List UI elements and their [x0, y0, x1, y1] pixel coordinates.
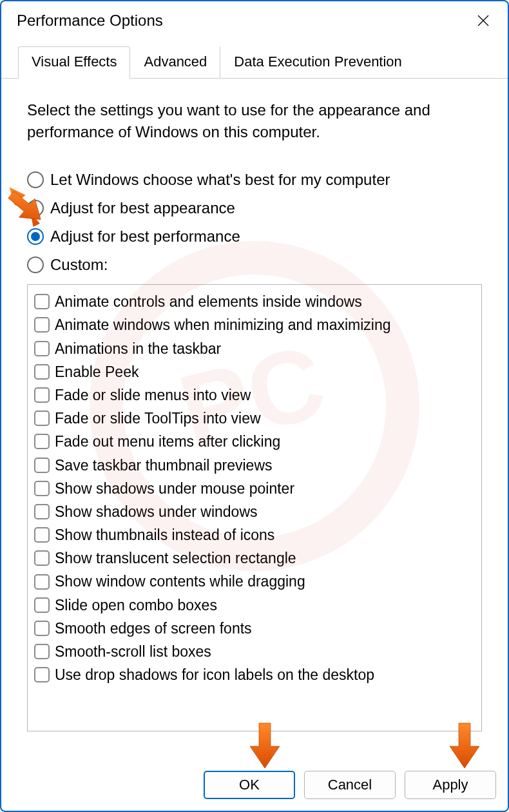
- checkbox-icon[interactable]: [34, 434, 50, 449]
- list-item[interactable]: Animations in the taskbar: [34, 337, 475, 360]
- checkbox-icon[interactable]: [34, 481, 50, 496]
- list-item[interactable]: Fade or slide menus into view: [34, 383, 475, 407]
- list-item[interactable]: Show thumbnails instead of icons: [34, 523, 475, 546]
- checkbox-label: Slide open combo boxes: [55, 595, 217, 615]
- checkbox-icon[interactable]: [34, 294, 50, 309]
- tab-label: Visual Effects: [32, 53, 117, 70]
- checkbox-label: Smooth-scroll list boxes: [55, 641, 211, 662]
- checkbox-label: Show shadows under mouse pointer: [55, 478, 294, 499]
- list-item[interactable]: Fade or slide ToolTips into view: [34, 407, 475, 430]
- performance-options-dialog: Performance Options Visual Effects Advan…: [0, 0, 509, 812]
- radio-icon: [27, 171, 44, 188]
- checkbox-label: Animations in the taskbar: [55, 338, 221, 359]
- tab-content: Select the settings you want to use for …: [1, 79, 508, 738]
- list-item[interactable]: Fade out menu items after clicking: [34, 430, 475, 453]
- close-icon: [477, 14, 490, 27]
- checkbox-label: Fade or slide ToolTips into view: [55, 408, 261, 429]
- checkbox-label: Show window contents while dragging: [55, 571, 305, 592]
- list-item[interactable]: Show shadows under mouse pointer: [34, 477, 475, 500]
- radio-icon: [27, 256, 44, 273]
- ok-button[interactable]: OK: [204, 771, 295, 799]
- radio-icon: [27, 228, 44, 245]
- radio-label: Let Windows choose what's best for my co…: [50, 171, 390, 189]
- list-item[interactable]: Show shadows under windows: [34, 500, 475, 523]
- tab-visual-effects[interactable]: Visual Effects: [18, 46, 130, 79]
- checkbox-label: Fade or slide menus into view: [55, 385, 251, 405]
- checkbox-icon[interactable]: [34, 621, 50, 636]
- radio-label: Adjust for best appearance: [50, 199, 235, 217]
- close-button[interactable]: [474, 12, 492, 30]
- list-item[interactable]: Smooth-scroll list boxes: [34, 640, 475, 663]
- checkbox-icon[interactable]: [34, 364, 50, 380]
- checkbox-icon[interactable]: [34, 317, 50, 333]
- radio-label: Adjust for best performance: [50, 227, 240, 246]
- checkbox-icon[interactable]: [34, 504, 50, 519]
- list-item[interactable]: Animate windows when minimizing and maxi…: [34, 313, 475, 336]
- checkbox-icon[interactable]: [34, 644, 50, 659]
- checkbox-icon[interactable]: [34, 597, 50, 613]
- checkbox-label: Show shadows under windows: [55, 501, 258, 522]
- tab-strip: Visual Effects Advanced Data Execution P…: [1, 46, 508, 79]
- button-label: Cancel: [328, 777, 372, 793]
- checkbox-label: Smooth edges of screen fonts: [55, 618, 252, 639]
- list-item[interactable]: Show window contents while dragging: [34, 570, 475, 593]
- list-item[interactable]: Slide open combo boxes: [34, 594, 475, 617]
- checkbox-icon[interactable]: [34, 574, 50, 590]
- tab-dep[interactable]: Data Execution Prevention: [220, 46, 415, 78]
- checkbox-label: Use drop shadows for icon labels on the …: [55, 664, 374, 685]
- checkbox-icon[interactable]: [34, 341, 50, 356]
- radio-custom[interactable]: Custom:: [27, 256, 482, 274]
- checkbox-icon[interactable]: [34, 667, 50, 682]
- list-item[interactable]: Use drop shadows for icon labels on the …: [34, 663, 475, 686]
- checkbox-label: Fade out menu items after clicking: [55, 431, 280, 452]
- tab-label: Data Execution Prevention: [234, 53, 402, 70]
- list-item[interactable]: Save taskbar thumbnail previews: [34, 454, 475, 477]
- checkbox-label: Enable Peek: [55, 362, 139, 382]
- visual-effects-listbox[interactable]: Animate controls and elements inside win…: [27, 284, 482, 731]
- cancel-button[interactable]: Cancel: [304, 771, 396, 799]
- list-item[interactable]: Enable Peek: [34, 360, 475, 383]
- checkbox-icon[interactable]: [34, 550, 50, 566]
- intro-text: Select the settings you want to use for …: [27, 99, 482, 142]
- checkbox-icon[interactable]: [34, 387, 50, 403]
- list-item[interactable]: Show translucent selection rectangle: [34, 546, 475, 570]
- checkbox-label: Show translucent selection rectangle: [55, 548, 296, 568]
- dialog-buttons: OK Cancel Apply: [204, 771, 496, 799]
- checkbox-icon[interactable]: [34, 458, 50, 473]
- list-item[interactable]: Smooth edges of screen fonts: [34, 617, 475, 640]
- list-item[interactable]: Animate controls and elements inside win…: [34, 290, 475, 313]
- apply-button[interactable]: Apply: [405, 771, 496, 799]
- radio-let-windows-choose[interactable]: Let Windows choose what's best for my co…: [27, 171, 482, 189]
- radio-best-performance[interactable]: Adjust for best performance: [27, 227, 482, 246]
- checkbox-icon[interactable]: [34, 411, 50, 426]
- radio-icon: [27, 200, 44, 217]
- checkbox-icon[interactable]: [34, 527, 50, 543]
- window-title: Performance Options: [17, 12, 163, 30]
- radio-label: Custom:: [50, 256, 108, 274]
- checkbox-label: Animate controls and elements inside win…: [55, 291, 362, 312]
- button-label: Apply: [432, 777, 468, 793]
- checkbox-label: Animate windows when minimizing and maxi…: [55, 314, 391, 335]
- checkbox-label: Save taskbar thumbnail previews: [55, 455, 273, 476]
- button-label: OK: [239, 777, 260, 793]
- titlebar: Performance Options: [1, 1, 508, 37]
- tab-advanced[interactable]: Advanced: [130, 46, 220, 78]
- radio-best-appearance[interactable]: Adjust for best appearance: [27, 199, 482, 217]
- radio-group: Let Windows choose what's best for my co…: [27, 171, 482, 274]
- tab-label: Advanced: [144, 53, 207, 70]
- checkbox-label: Show thumbnails instead of icons: [55, 525, 274, 545]
